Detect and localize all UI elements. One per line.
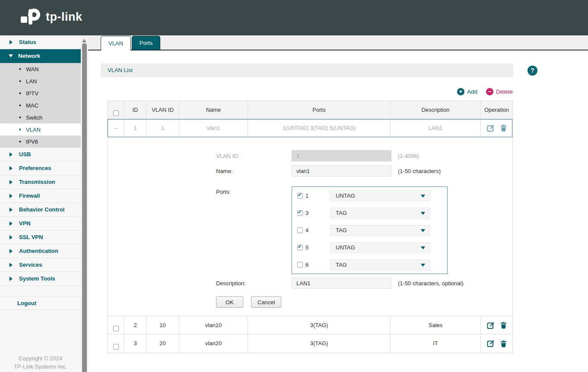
cancel-button[interactable]: Cancel [251, 296, 281, 308]
header-cell-vlan-id: VLAN ID [146, 101, 179, 119]
sidebar-item-label: System Tools [19, 275, 55, 282]
sidebar-item-preferences[interactable]: Preferences [0, 161, 81, 175]
add-button[interactable]: + Add [457, 88, 477, 95]
description-input[interactable] [292, 277, 391, 289]
sidebar-item-label: Authentication [19, 248, 58, 254]
header-cell-description: Description [391, 101, 481, 119]
ports-field-row: Ports: 1 UNTAG 3 TAG [216, 186, 512, 274]
trash-icon[interactable] [500, 322, 507, 329]
table-toolbar: + Add − Delete [107, 87, 513, 96]
sidebar-item-system-tools[interactable]: System Tools [0, 272, 81, 286]
chevron-right-icon [10, 166, 15, 170]
copyright-line1: Copyright © 2024 [0, 355, 81, 363]
sidebar-subitem-iptv[interactable]: • IPTV [0, 87, 81, 99]
header-cell-name: Name [179, 101, 248, 119]
sidebar-item-authentication[interactable]: Authentication [0, 244, 81, 258]
logout-button[interactable]: Logout [0, 296, 81, 310]
row-id-cell: 1 [124, 119, 146, 137]
sidebar-subitem-label: Switch [26, 114, 42, 121]
sidebar-item-ssl-vpn[interactable]: SSL VPN [0, 230, 81, 244]
name-input[interactable] [292, 165, 391, 177]
sidebar-scrollbar[interactable] [81, 35, 88, 372]
sidebar-item-status[interactable]: Status [0, 35, 81, 49]
port-6-mode-select[interactable]: TAG [330, 259, 430, 271]
help-icon[interactable]: ? [528, 66, 537, 76]
port-row-5: 5 UNTAG [292, 242, 447, 253]
row-select-cell [108, 316, 124, 334]
tp-link-logo-icon [20, 6, 42, 28]
port-number: 5 [305, 242, 308, 253]
row-ports-cell: 3(TAG) [248, 316, 391, 334]
sidebar-item-firewall[interactable]: Firewall [0, 189, 81, 203]
plus-icon: + [457, 88, 464, 95]
chevron-right-icon [10, 235, 15, 240]
scrollbar-thumb[interactable] [82, 43, 87, 372]
row-checkbox[interactable] [113, 344, 119, 350]
port-3-mode-select[interactable]: TAG [330, 208, 430, 219]
port-row-1: 1 UNTAG [292, 190, 447, 202]
sidebar-item-label: USB [19, 151, 31, 158]
port-number: 4 [305, 225, 308, 236]
chevron-down-icon [421, 264, 425, 267]
sidebar-item-network[interactable]: Network [0, 49, 81, 63]
sidebar-subitem-ipv6[interactable]: • IPV6 [0, 136, 81, 148]
table-header-row: ID VLAN ID Name Ports Description Operat… [108, 101, 512, 119]
sidebar-subitem-lan[interactable]: • LAN [0, 75, 81, 87]
add-button-label: Add [467, 88, 477, 95]
row-ports-cell: 1(UNTAG) 3(TAG) 5(UNTAG) [248, 119, 391, 137]
trash-icon[interactable] [500, 124, 507, 132]
tab-vlan[interactable]: VLAN [101, 36, 131, 50]
bullet-icon: • [19, 90, 21, 97]
sidebar-item-transmission[interactable]: Transmission [0, 175, 81, 189]
minus-icon: − [486, 88, 493, 95]
sidebar-subitem-wan[interactable]: • WAN [0, 63, 81, 75]
chevron-right-icon [10, 277, 15, 281]
port-4-mode-select[interactable]: TAG [330, 225, 430, 236]
port-row-4: 4 TAG [292, 225, 447, 236]
name-hint: (1-50 characters) [398, 168, 441, 174]
port-1-checkbox[interactable] [297, 193, 303, 199]
delete-button[interactable]: − Delete [486, 88, 513, 95]
tab-ports[interactable]: Ports [132, 36, 160, 50]
name-label: Name: [216, 168, 292, 174]
header-cell-id: ID [124, 101, 146, 119]
sidebar-subitem-vlan[interactable]: • VLAN [0, 123, 81, 136]
select-all-checkbox[interactable] [113, 110, 119, 116]
bullet-icon: • [19, 138, 21, 145]
row-select-cell: -- [108, 119, 124, 137]
row-operation-cell [481, 334, 512, 353]
ok-button[interactable]: OK [216, 296, 243, 308]
port-1-mode-select[interactable]: UNTAG [330, 190, 430, 202]
sidebar-item-vpn[interactable]: VPN [0, 217, 81, 230]
row-description-cell: IT [391, 334, 481, 353]
row-checkbox[interactable] [113, 326, 119, 331]
edit-icon[interactable] [487, 340, 495, 347]
sidebar-item-label: SSL VPN [19, 234, 43, 240]
edit-icon[interactable] [487, 124, 495, 132]
chevron-down-icon [9, 54, 13, 60]
sidebar-item-label: Network [18, 53, 40, 59]
port-mode-value: TAG [336, 262, 347, 268]
name-field-row: Name: (1-50 characters) [216, 165, 512, 177]
port-5-mode-select[interactable]: UNTAG [330, 242, 430, 253]
sidebar-item-usb[interactable]: USB [0, 148, 81, 161]
sidebar-subitem-switch[interactable]: • Switch [0, 111, 81, 123]
sidebar-item-behavior-control[interactable]: Behavior Control [0, 203, 81, 217]
tab-bar: VLAN Ports [88, 35, 588, 50]
row-ports-cell: 3(TAG) [248, 334, 391, 353]
trash-icon[interactable] [500, 340, 507, 347]
copyright-text: Copyright © 2024 TP-Link Systems Inc. [0, 355, 81, 371]
port-4-checkbox[interactable] [297, 227, 303, 233]
port-3-checkbox[interactable] [297, 210, 303, 216]
sidebar-item-services[interactable]: Services [0, 258, 81, 272]
scroll-up-arrow-icon[interactable] [82, 37, 86, 42]
sidebar-subitem-label: MAC [26, 102, 38, 109]
sidebar-subitem-label: VLAN [26, 126, 41, 133]
sidebar-subitem-mac[interactable]: • MAC [0, 99, 81, 111]
bullet-icon: • [19, 78, 21, 85]
port-6-checkbox[interactable] [297, 262, 303, 268]
port-5-checkbox[interactable] [297, 245, 303, 250]
bullet-icon: • [19, 114, 21, 121]
vlan-id-hint: (1-4086) [398, 153, 419, 159]
edit-icon[interactable] [487, 322, 495, 329]
